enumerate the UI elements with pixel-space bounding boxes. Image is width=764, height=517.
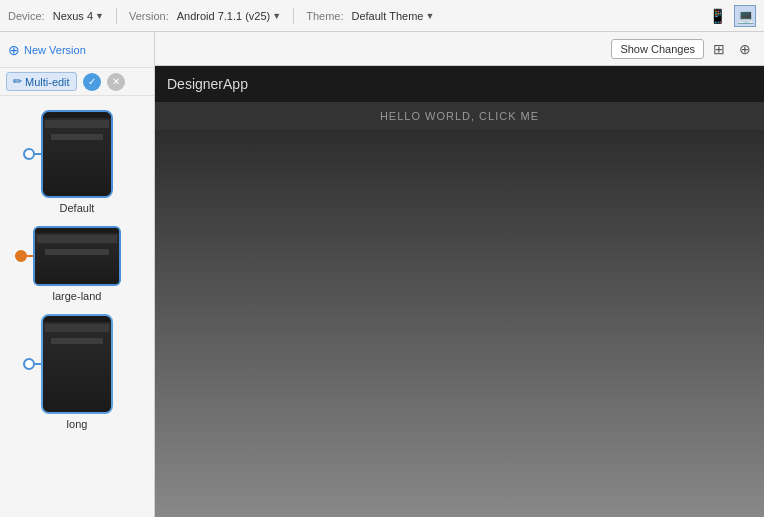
show-changes-button[interactable]: Show Changes [611,39,704,59]
theme-label: Theme: [306,10,343,22]
preview-hello-bar: HELLO WORLD, CLICK ME [155,102,764,130]
top-toolbar: Device: Nexus 4 ▼ Version: Android 7.1.1… [0,0,764,32]
accept-button[interactable]: ✓ [83,73,101,91]
thumb-text-large-land [45,249,109,255]
config-thumb-wrapper-long [41,314,113,414]
config-label-long: long [67,418,88,430]
right-content: Show Changes ⊞ ⊕ DesignerApp HELLO WORLD… [155,32,764,517]
sep1 [116,8,117,24]
left-toolbar-new-version: ⊕ New Version [0,32,154,68]
version-value: Android 7.1.1 (v25) [177,10,271,22]
config-label-default: Default [60,202,95,214]
mobile-icon-btn[interactable]: 📱 [706,5,728,27]
config-thumb-large-land [33,226,121,286]
connector-dot-default [23,148,35,160]
sep2 [293,8,294,24]
grid-view-button[interactable]: ⊞ [708,38,730,60]
preview-area: DesignerApp HELLO WORLD, CLICK ME [155,66,764,517]
thumb-content-long [43,322,111,412]
cancel-button[interactable]: ✕ [107,73,125,91]
zoom-icon: ⊕ [739,41,751,57]
tablet-icon-btn[interactable]: 💻 [734,5,756,27]
version-arrow-icon: ▼ [272,11,281,21]
new-version-button[interactable]: ⊕ New Version [8,42,86,58]
thumb-title-large-land [37,235,117,243]
config-item-long[interactable]: long [0,308,154,436]
config-item-default[interactable]: Default [0,104,154,220]
new-version-label: New Version [24,44,86,56]
main-area: ⊕ New Version ✏ Multi-edit ✓ ✕ [0,32,764,517]
multi-edit-label: Multi-edit [25,76,70,88]
left-panel: ⊕ New Version ✏ Multi-edit ✓ ✕ [0,32,155,517]
preview-title-bar: DesignerApp [155,66,764,102]
config-thumb-wrapper-large-land [33,226,121,286]
theme-value: Default Theme [352,10,424,22]
thumb-title-long [45,324,109,332]
grid-icon: ⊞ [713,41,725,57]
config-thumb-long [41,314,113,414]
theme-arrow-icon: ▼ [425,11,434,21]
device-arrow-icon: ▼ [95,11,104,21]
preview-app-title: DesignerApp [167,76,248,92]
thumb-content-default [43,118,111,196]
connector-dot-large-land [15,250,27,262]
thumb-text-long [51,338,102,344]
pencil-icon: ✏ [13,75,22,88]
thumb-title-default [45,120,109,128]
right-toolbar: Show Changes ⊞ ⊕ [155,32,764,66]
version-dropdown[interactable]: Android 7.1.1 (v25) ▼ [177,10,281,22]
version-label: Version: [129,10,169,22]
config-item-large-land[interactable]: large-land [0,220,154,308]
config-thumb-wrapper-default [41,110,113,198]
plus-icon: ⊕ [8,42,20,58]
edit-toolbar: ✏ Multi-edit ✓ ✕ [0,68,154,96]
zoom-button[interactable]: ⊕ [734,38,756,60]
device-label: Device: [8,10,45,22]
preview-body [155,130,764,517]
theme-dropdown[interactable]: Default Theme ▼ [352,10,435,22]
device-dropdown[interactable]: Nexus 4 ▼ [53,10,104,22]
config-list: Default large [0,96,154,517]
thumb-text-default [51,134,102,140]
preview-hello-text: HELLO WORLD, CLICK ME [380,110,539,122]
device-value: Nexus 4 [53,10,93,22]
connector-dot-long [23,358,35,370]
thumb-content-large-land [35,233,119,284]
config-thumb-default [41,110,113,198]
toolbar-right: 📱 💻 [706,5,756,27]
config-label-large-land: large-land [53,290,102,302]
multi-edit-button[interactable]: ✏ Multi-edit [6,72,77,91]
